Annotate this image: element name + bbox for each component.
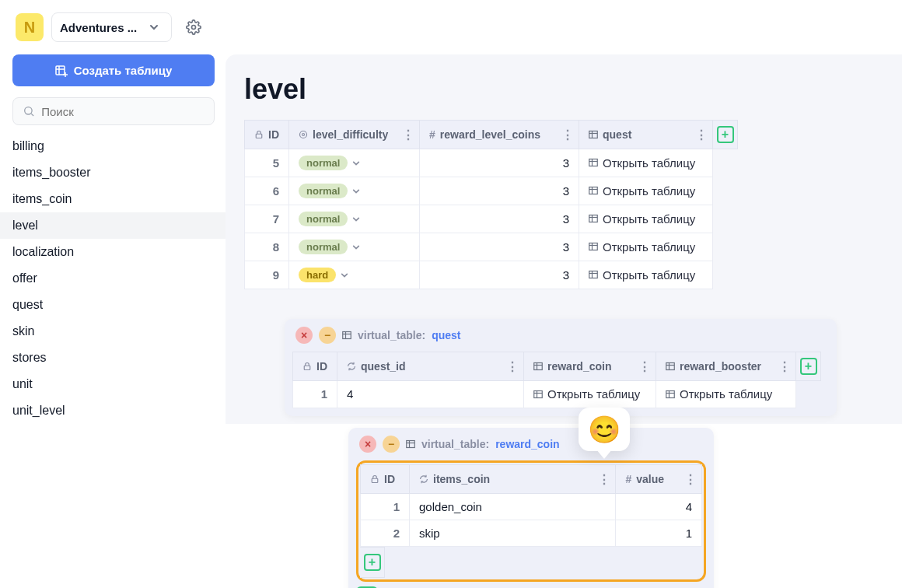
search-box[interactable] xyxy=(12,97,215,125)
sidebar-item-quest[interactable]: quest xyxy=(0,292,226,318)
svg-point-6 xyxy=(25,107,32,114)
search-icon xyxy=(23,104,35,118)
table-row[interactable]: 1golden_coin4 xyxy=(361,494,702,520)
sidebar-item-unit-level[interactable]: unit_level xyxy=(0,397,226,424)
chevron-down-icon xyxy=(145,18,163,37)
emoji-popover: 😊 xyxy=(579,408,630,451)
refresh-icon xyxy=(419,474,428,484)
close-subtable-button[interactable]: × xyxy=(359,436,376,453)
virtual-table-name[interactable]: reward_coin xyxy=(495,438,559,450)
table-icon xyxy=(533,362,543,371)
svg-rect-42 xyxy=(666,390,675,397)
table-row[interactable]: 9hard3Открыть таблицу xyxy=(245,261,713,289)
open-table-link[interactable]: Открыть таблицу xyxy=(589,156,695,170)
difficulty-tag[interactable]: normal xyxy=(299,240,360,254)
reward-coin-subtable: × − virtual_table: reward_coin ID items_… xyxy=(348,428,714,588)
virtual-table-name[interactable]: quest xyxy=(432,329,460,341)
svg-rect-29 xyxy=(343,332,351,339)
column-menu-button[interactable]: ⋮ xyxy=(695,128,708,142)
svg-rect-32 xyxy=(304,366,310,369)
sidebar-item-offer[interactable]: offer xyxy=(0,265,226,292)
sidebar-item-items-booster[interactable]: items_booster xyxy=(0,159,226,186)
svg-rect-8 xyxy=(256,134,262,138)
svg-rect-36 xyxy=(666,363,675,370)
sidebar-item-billing[interactable]: billing xyxy=(0,133,226,159)
chevron-down-icon xyxy=(352,187,360,195)
table-icon xyxy=(342,331,351,340)
search-input[interactable] xyxy=(41,105,205,118)
table-row[interactable]: 1 4 Открыть таблицу Открыть таблицу xyxy=(293,381,796,408)
open-table-link[interactable]: Открыть таблицу xyxy=(589,184,695,198)
svg-rect-1 xyxy=(56,66,65,75)
svg-rect-23 xyxy=(589,243,598,250)
sidebar-item-localization[interactable]: localization xyxy=(0,239,226,265)
lock-icon xyxy=(302,362,312,371)
chevron-down-icon xyxy=(341,271,348,279)
sidebar-item-stores[interactable]: stores xyxy=(0,345,226,371)
column-menu-button[interactable]: ⋮ xyxy=(684,472,697,487)
add-column-button[interactable]: + xyxy=(713,120,738,149)
difficulty-tag[interactable]: normal xyxy=(299,156,360,170)
minimize-subtable-button[interactable]: − xyxy=(383,436,400,453)
quest-subtable: × − virtual_table: quest ID quest_id⋮ re… xyxy=(285,319,837,416)
column-menu-button[interactable]: ⋮ xyxy=(638,359,651,374)
difficulty-tag[interactable]: hard xyxy=(299,268,348,282)
add-column-button[interactable]: + xyxy=(360,547,385,578)
svg-rect-26 xyxy=(589,271,598,278)
column-menu-button[interactable]: ⋮ xyxy=(402,128,414,142)
svg-point-0 xyxy=(192,26,196,30)
main-table: ID level_difficulty⋮ #reward_level_coins… xyxy=(244,120,738,289)
lock-icon xyxy=(254,130,264,139)
open-table-link[interactable]: Открыть таблицу xyxy=(589,212,695,226)
svg-rect-48 xyxy=(372,478,378,482)
table-row[interactable]: 2skip1 xyxy=(361,520,702,547)
open-table-link[interactable]: Открыть таблицу xyxy=(533,387,640,401)
emoji-icon: 😊 xyxy=(588,415,621,444)
svg-rect-39 xyxy=(534,390,543,397)
chevron-down-icon xyxy=(352,159,360,167)
create-table-label: Создать таблицу xyxy=(74,64,173,77)
open-table-link[interactable]: Открыть таблицу xyxy=(666,387,772,401)
svg-rect-14 xyxy=(589,159,598,166)
minimize-subtable-button[interactable]: − xyxy=(319,327,336,344)
column-menu-button[interactable]: ⋮ xyxy=(561,128,574,142)
svg-rect-20 xyxy=(589,215,598,222)
create-table-button[interactable]: Создать таблицу xyxy=(12,54,215,86)
svg-rect-17 xyxy=(589,187,598,194)
refresh-icon xyxy=(347,362,356,371)
table-icon xyxy=(406,439,415,449)
sidebar-item-level[interactable]: level xyxy=(0,212,226,239)
chevron-down-icon xyxy=(352,243,360,251)
svg-point-10 xyxy=(302,134,305,136)
difficulty-tag[interactable]: normal xyxy=(299,212,360,226)
project-name: Adventures ... xyxy=(60,21,137,34)
lock-icon xyxy=(370,474,379,484)
table-plus-icon xyxy=(55,65,68,77)
svg-rect-11 xyxy=(589,131,598,138)
chevron-down-icon xyxy=(352,215,360,223)
svg-point-9 xyxy=(300,131,307,138)
close-subtable-button[interactable]: × xyxy=(295,327,313,344)
column-menu-button[interactable]: ⋮ xyxy=(598,472,610,487)
settings-button[interactable] xyxy=(180,13,208,41)
sidebar-item-skin[interactable]: skin xyxy=(0,318,226,345)
open-table-link[interactable]: Открыть таблицу xyxy=(589,240,695,254)
svg-line-7 xyxy=(31,114,33,116)
svg-rect-33 xyxy=(534,363,543,370)
tag-icon xyxy=(299,130,308,139)
column-menu-button[interactable]: ⋮ xyxy=(506,359,519,374)
open-table-link[interactable]: Открыть таблицу xyxy=(589,268,695,282)
table-icon xyxy=(666,362,675,371)
table-row[interactable]: 6normal3Открыть таблицу xyxy=(245,177,713,205)
page-title: level xyxy=(244,73,902,106)
table-row[interactable]: 8normal3Открыть таблицу xyxy=(245,233,713,261)
table-row[interactable]: 5normal3Открыть таблицу xyxy=(245,149,713,177)
table-row[interactable]: 7normal3Открыть таблицу xyxy=(245,205,713,233)
sidebar-item-items-coin[interactable]: items_coin xyxy=(0,186,226,212)
add-column-button[interactable]: + xyxy=(796,352,821,381)
column-menu-button[interactable]: ⋮ xyxy=(778,359,791,374)
difficulty-tag[interactable]: normal xyxy=(299,184,360,198)
project-selector[interactable]: Adventures ... xyxy=(51,12,172,42)
table-icon xyxy=(589,130,598,139)
sidebar-item-unit[interactable]: unit xyxy=(0,371,226,397)
